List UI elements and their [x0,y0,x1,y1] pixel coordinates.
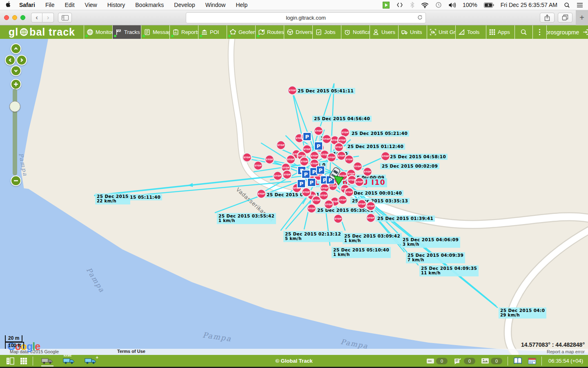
ruler-icon [458,29,465,36]
roads [231,39,588,354]
address-bar[interactable]: login.gltrack.com [186,12,426,23]
terms-of-use-link[interactable]: Terms of Use [117,349,145,354]
map-attribution-bar: Map data ©2015 Google Terms of Use Repor… [0,349,588,355]
alarm-icon [344,29,351,36]
nav-search-button[interactable] [515,25,533,39]
truck-icon [401,29,408,36]
nav-item-notifications[interactable]: Notifications [341,25,370,39]
screenshare-status-icon[interactable] [383,2,390,9]
tab-overview-button[interactable] [558,13,572,22]
search-icon [520,29,527,36]
nav-item-jobs[interactable]: Jobs [313,25,341,39]
cursor-coordinates: 14.577083° : 44.482848° [521,341,585,348]
track-vehicle-gray-button[interactable] [41,357,53,365]
active-underline [41,366,53,366]
nav-item-poi[interactable]: POI [198,25,227,39]
messages-counter[interactable]: 0 [426,358,448,364]
close-window-button[interactable] [4,15,9,20]
share-icon [544,14,550,21]
nav-item-geofences[interactable]: Geofences [227,25,256,39]
status-dot [228,35,231,37]
media-counter[interactable]: 0 [481,358,502,364]
schedule-button[interactable] [528,357,536,364]
commands-counter[interactable]: 0 [453,358,475,364]
name-tag: NAME [64,355,72,357]
menu-item-help[interactable]: Help [236,2,247,8]
nav-item-unit-groups[interactable]: Unit Groups [427,25,456,39]
status-dot [143,35,145,37]
menu-bar-clock[interactable]: Fri Dec 25 6:35:57 AM [501,2,557,8]
split-panels-icon [6,357,14,365]
pan-left-button[interactable] [5,55,16,65]
grid-view-button[interactable] [20,357,27,365]
logout-icon[interactable] [582,29,588,36]
back-button[interactable]: ‹ [31,13,42,22]
sidebar-toggle-button[interactable] [58,13,72,22]
apps-grid-icon [489,29,496,36]
split-view-button[interactable] [6,357,14,365]
menu-item-window[interactable]: Window [205,2,226,8]
menu-item-view[interactable]: View [85,2,97,8]
track-vehicle-add-button[interactable]: + [85,357,97,365]
nav-item-drivers[interactable]: Drivers [284,25,313,39]
macos-menu-bar: Safari File Edit View History Bookmarks … [0,0,588,10]
zoom-slider-knob[interactable] [9,101,20,112]
steering-icon [287,29,294,36]
reload-icon[interactable] [417,14,423,20]
log-book-button[interactable] [513,357,522,364]
nav-item-reports[interactable]: Reports [170,25,198,39]
report-map-error-link[interactable]: Report a map error [547,349,585,354]
menu-item-develop[interactable]: Develop [174,2,195,8]
person-icon [372,29,379,36]
zoom-out-button[interactable] [11,175,21,186]
time-machine-icon[interactable] [435,2,442,8]
minimize-window-button[interactable] [12,15,17,20]
code-status-icon[interactable] [396,2,403,8]
nav-user-menu[interactable]: orosgroupme [547,25,588,39]
commands-count-badge: 0 [464,358,475,364]
media-count-badge: 0 [491,358,502,364]
menu-item-safari[interactable]: Safari [19,2,35,8]
globe-icon [87,29,94,36]
logo-text-gl: gl [9,26,18,38]
nav-item-messages[interactable]: Messages [141,25,170,39]
battery-percent: 100% [463,2,477,8]
bluetooth-icon[interactable] [410,2,414,8]
nav-item-users[interactable]: Users [370,25,399,39]
pan-right-button[interactable] [16,55,27,65]
status-dot [257,35,259,37]
menu-item-bookmarks[interactable]: Bookmarks [135,2,164,8]
status-dot [171,35,174,37]
nav-item-routes[interactable]: Routes [256,25,284,39]
nav-item-tools[interactable]: Tools [456,25,486,39]
scale-imperial: 100 ft [5,342,24,349]
forward-button[interactable]: › [42,13,54,22]
share-button[interactable] [540,13,555,22]
status-dot [85,35,88,37]
volume-icon[interactable] [448,2,456,8]
apple-menu-icon[interactable] [5,1,11,9]
nav-item-apps[interactable]: Apps [486,25,515,39]
spotlight-icon[interactable] [564,2,570,8]
nav-more-button[interactable] [533,25,547,39]
map-canvas[interactable]: Vadasserikara-R Pampa Pampa Pampa Pampa … [0,39,588,355]
nav-item-monitoring[interactable]: Monitoring [84,25,113,39]
gltrack-logo[interactable]: gl bal track [0,25,84,39]
notification-center-icon[interactable] [577,2,583,8]
menu-item-file[interactable]: File [45,2,55,8]
menu-item-edit[interactable]: Edit [65,2,74,8]
flag-icon [115,29,122,36]
card-icon [426,358,434,364]
pan-up-button[interactable] [11,43,21,54]
track-vehicle-name-button[interactable]: NAME [63,357,75,365]
book-icon [513,357,522,364]
logo-text-rest: bal track [29,26,75,38]
zoom-in-button[interactable] [11,79,21,90]
nav-item-tracks[interactable]: Tracks [113,25,141,39]
new-tab-button[interactable]: + [576,10,588,25]
nav-item-units[interactable]: Units [399,25,427,39]
menu-item-history[interactable]: History [107,2,125,8]
pan-down-button[interactable] [11,65,21,76]
wifi-icon[interactable] [421,2,429,8]
zoom-window-button[interactable] [20,15,25,20]
